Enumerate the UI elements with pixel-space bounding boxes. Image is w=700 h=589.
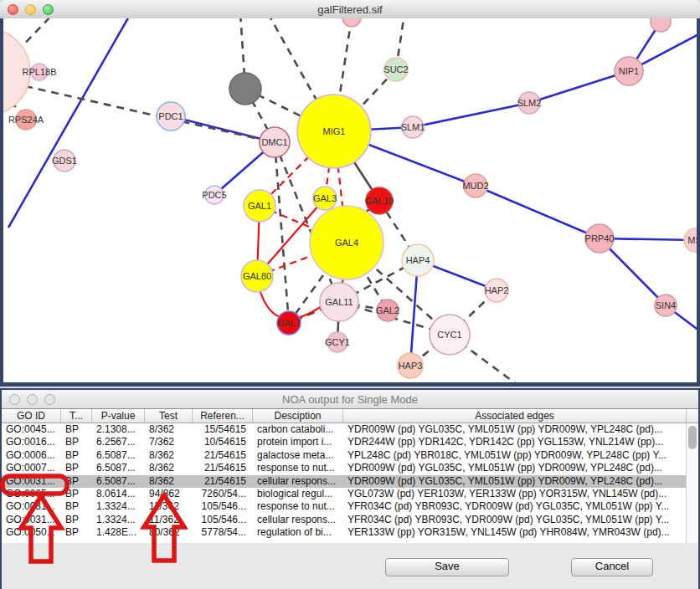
table-row[interactable]: GO:0045...BP2.1308...8/36215/54615carbon… [2, 423, 698, 436]
table-row[interactable]: GO:0031...BP1.3324...11/362105/546...res… [2, 500, 698, 513]
save-button[interactable]: Save [385, 558, 509, 576]
graph-edge[interactable] [171, 116, 275, 142]
cell-associated-edges[interactable]: YFR034C (pd) YBR093C, YDR009W (pd) YGL03… [343, 500, 698, 513]
cell-test[interactable]: 8/362 [145, 475, 193, 488]
cell-go-id[interactable]: GO:0006... [2, 449, 61, 462]
cell-desciption[interactable]: cellular respons... [253, 514, 343, 526]
cell-test[interactable]: 8/362 [145, 449, 193, 462]
network-window-titlebar[interactable]: galFiltered.sif [0, 0, 700, 19]
column-header-1[interactable]: T... [61, 409, 92, 423]
cell-t-[interactable]: BP [61, 500, 92, 513]
cell-referen-[interactable]: 105/546... [193, 500, 253, 513]
table-row[interactable]: GO:0016...BP6.2567...7/36210/54615protei… [2, 436, 698, 448]
cell-p-value[interactable]: 2.1308... [92, 423, 145, 436]
cell-desciption[interactable]: response to nut... [253, 462, 343, 474]
cell-associated-edges[interactable]: YDR009W (pd) YGL035C, YML051W (pp) YDR00… [343, 423, 698, 436]
cell-associated-edges[interactable]: YGL073W (pd) YER103W, YER133W (pp) YOR31… [343, 488, 698, 500]
cell-test[interactable]: 80/362 [145, 526, 193, 539]
cell-p-value[interactable]: 1.3324... [92, 500, 145, 513]
cell-t-[interactable]: BP [61, 436, 92, 448]
cell-go-id[interactable]: GO:0031... [2, 475, 61, 488]
noa-window-titlebar[interactable]: NOA output for Single Mode [2, 390, 698, 409]
scrollbar-thumb[interactable] [688, 426, 697, 449]
cell-test[interactable]: 8/362 [145, 423, 193, 436]
cell-t-[interactable]: BP [61, 475, 92, 488]
cell-referen-[interactable]: 21/54615 [193, 462, 253, 474]
column-header-4[interactable]: Referen... [193, 409, 253, 423]
cell-t-[interactable]: BP [61, 526, 92, 539]
column-header-3[interactable]: Test [145, 409, 193, 423]
cell-desciption[interactable]: carbon cataboli... [253, 423, 343, 436]
cancel-button[interactable]: Cancel [571, 558, 653, 576]
column-header-0[interactable]: GO ID [2, 409, 61, 423]
column-header-6[interactable]: Associated edges [343, 409, 687, 423]
cell-t-[interactable]: BP [61, 423, 92, 436]
graph-edge[interactable] [413, 103, 529, 127]
cell-p-value[interactable]: 1.428E... [92, 526, 145, 539]
close-button[interactable] [8, 4, 18, 15]
cell-referen-[interactable]: 105/546... [193, 514, 253, 526]
cell-desciption[interactable]: protein import i... [253, 436, 343, 448]
cell-t-[interactable]: BP [61, 449, 92, 462]
cell-referen-[interactable]: 15/54615 [193, 423, 253, 436]
zoom-button[interactable] [43, 4, 54, 15]
cell-p-value[interactable]: 6.5087... [92, 475, 145, 488]
cell-go-id[interactable]: GO:0016... [2, 436, 61, 448]
cell-test[interactable]: 8/362 [145, 462, 193, 474]
cell-p-value[interactable]: 6.2567... [92, 436, 145, 448]
cell-referen-[interactable]: 5778/54... [193, 526, 253, 539]
cell-go-id[interactable]: GO:0031... [2, 500, 61, 513]
cell-desciption[interactable]: galactose meta... [253, 449, 343, 462]
cell-t-[interactable]: BP [61, 514, 92, 526]
cell-go-id[interactable]: GO:0031... [2, 514, 61, 526]
node-gray-node[interactable] [229, 73, 261, 105]
cell-desciption[interactable]: response to nut... [253, 500, 343, 513]
cell-test[interactable]: 94/362 [145, 488, 193, 500]
cell-referen-[interactable]: 21/54615 [193, 475, 253, 488]
table-row[interactable]: GO:0065...BP8.0614...94/3627260/54...bio… [2, 488, 698, 500]
cell-test[interactable]: 11/362 [145, 514, 193, 526]
cell-go-id[interactable]: GO:0045... [2, 423, 61, 436]
cell-desciption[interactable]: biological regul... [253, 488, 343, 500]
cell-t-[interactable]: BP [61, 462, 92, 474]
cell-desciption[interactable]: regulation of bi... [253, 526, 343, 539]
cell-associated-edges[interactable]: YER133W (pp) YOR315W, YNL145W (pd) YHR08… [343, 526, 698, 539]
minimize-button[interactable] [27, 394, 38, 405]
graph-edge[interactable] [529, 71, 629, 103]
cell-referen-[interactable]: 7260/54... [193, 488, 253, 500]
cell-desciption[interactable]: cellular respons... [253, 475, 343, 488]
cell-associated-edges[interactable]: YDR009W (pd) YGL035C, YML051W (pp) YDR00… [343, 462, 698, 474]
cell-p-value[interactable]: 1.3324... [92, 514, 145, 526]
vertical-scrollbar[interactable] [686, 424, 698, 543]
cell-go-id[interactable]: GO:0065... [2, 488, 61, 500]
table-row[interactable]: GO:0007...BP6.5087...8/36221/54615respon… [2, 462, 698, 474]
node-pink-topright[interactable] [651, 18, 671, 32]
network-canvas[interactable]: RPL18BRPS24AGDS1PDC1DMC1MIG1SUC2SLM1SLM2… [0, 18, 700, 387]
column-header-5[interactable]: Desciption [253, 409, 343, 423]
cell-go-id[interactable]: GO:0007... [2, 462, 61, 474]
table-row[interactable]: GO:0031...BP6.5087...8/36221/54615cellul… [2, 475, 698, 488]
cell-test[interactable]: 11/362 [145, 500, 193, 513]
node-pink-top[interactable] [342, 18, 361, 27]
table-row[interactable]: GO:0031...BP1.3324...11/362105/546...cel… [2, 514, 698, 526]
close-button[interactable] [9, 394, 20, 405]
node-label-GDS1: GDS1 [52, 156, 77, 166]
cell-associated-edges[interactable]: YDR244W (pp) YDR142C, YDR142C (pp) YGL15… [343, 436, 698, 448]
minimize-button[interactable] [25, 4, 36, 15]
cell-t-[interactable]: BP [61, 488, 92, 500]
cell-associated-edges[interactable]: YFR034C (pd) YBR093C, YDR009W (pd) YGL03… [343, 514, 698, 526]
cell-referen-[interactable]: 10/54615 [193, 436, 253, 448]
cell-test[interactable]: 7/362 [145, 436, 193, 448]
cell-p-value[interactable]: 8.0614... [92, 488, 145, 500]
table-row[interactable]: GO:0050...BP1.428E...80/3625778/54...reg… [2, 526, 698, 539]
cell-p-value[interactable]: 6.5087... [92, 449, 145, 462]
table-row[interactable]: GO:0006...BP6.5087...8/36221/54615galact… [2, 449, 698, 462]
cell-go-id[interactable]: GO:0050... [2, 526, 61, 539]
graph-edge[interactable] [476, 186, 600, 238]
column-header-2[interactable]: P-value [92, 409, 145, 423]
cell-referen-[interactable]: 21/54615 [193, 449, 253, 462]
cell-p-value[interactable]: 6.5087... [92, 462, 145, 474]
cell-associated-edges[interactable]: YPL248C (pd) YBR018C, YML051W (pp) YDR00… [343, 449, 698, 462]
cell-associated-edges[interactable]: YDR009W (pd) YGL035C, YML051W (pp) YDR00… [343, 475, 698, 488]
zoom-button[interactable] [44, 394, 55, 405]
